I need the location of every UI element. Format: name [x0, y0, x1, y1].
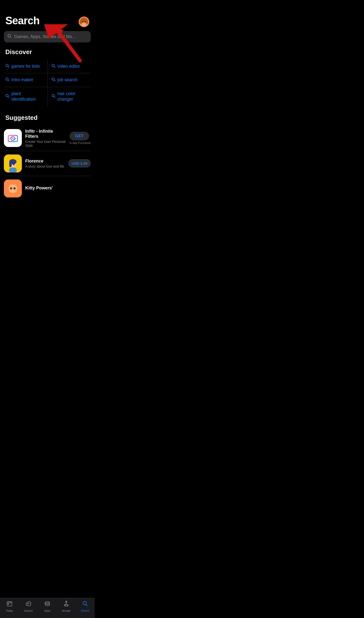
discover-item-plant-identification[interactable]: plant identification: [4, 87, 48, 106]
discover-item-hair-color-changer[interactable]: hair color changer: [48, 87, 91, 106]
florence-action: USD 3.49: [68, 159, 91, 167]
discover-item-job-search[interactable]: job search: [48, 73, 91, 87]
kitty-name: Kitty Powers': [25, 186, 91, 191]
infltr-desc: Create Your Own Personal Style: [25, 140, 66, 147]
svg-line-15: [10, 37, 11, 38]
page-title: Search: [5, 14, 39, 27]
discover-label-video-editor: video editor: [57, 64, 80, 69]
suggested-section: Suggested: [0, 106, 95, 205]
discover-item-video-editor[interactable]: video editor: [48, 60, 91, 73]
app-item-florence[interactable]: Florence A story about love and life USD…: [4, 151, 91, 176]
infltr-icon-svg: [6, 131, 19, 144]
search-bar-container: Games, Apps, Stories and Mo…: [0, 31, 95, 48]
suggested-title: Suggested: [0, 114, 95, 125]
discover-label-job-search: job search: [57, 77, 78, 83]
florence-price-button[interactable]: USD 3.49: [68, 159, 91, 167]
svg-line-27: [54, 97, 55, 98]
svg-point-39: [9, 184, 17, 193]
svg-point-46: [11, 188, 12, 188]
svg-line-21: [8, 80, 9, 81]
infltr-info: Infltr - Infinite Filters Create Your Ow…: [25, 129, 66, 147]
discover-search-icon-1: [5, 64, 10, 69]
avatar-image[interactable]: [79, 16, 89, 27]
app-item-infltr[interactable]: Infltr - Infinite Filters Create Your Ow…: [4, 125, 91, 151]
discover-title: Discover: [0, 48, 95, 60]
svg-line-17: [8, 66, 9, 67]
header: Search: [0, 0, 95, 31]
discover-search-icon-5: [5, 94, 10, 99]
florence-info: Florence A story about love and life: [25, 159, 65, 168]
search-bar-icon: [7, 34, 12, 39]
florence-icon-svg: [4, 154, 22, 172]
svg-point-5: [86, 19, 88, 24]
discover-label-games-for-kids: games for kids: [11, 64, 40, 69]
infltr-action: GET In-App Purchases: [70, 132, 91, 144]
discover-label-plant-identification: plant identification: [11, 91, 43, 102]
discover-section: Discover games for kids: [0, 48, 95, 106]
app-list: Infltr - Infinite Filters Create Your Ow…: [0, 125, 95, 201]
infltr-get-button[interactable]: GET: [70, 132, 89, 141]
discover-item-games-for-kids[interactable]: games for kids: [4, 60, 48, 73]
app-screen: Search: [0, 0, 95, 229]
florence-desc: A story about love and life: [25, 165, 65, 168]
discover-label-hair-color-changer: hair color changer: [57, 91, 90, 102]
svg-point-4: [80, 19, 82, 24]
svg-point-11: [85, 22, 85, 22]
svg-rect-35: [9, 162, 12, 167]
scroll-content: Search: [0, 0, 95, 229]
discover-search-icon-2: [52, 64, 56, 69]
discover-item-intro-maker[interactable]: intro maker: [4, 73, 48, 87]
svg-line-19: [54, 66, 55, 67]
avatar-svg: [79, 16, 89, 27]
infltr-icon: [4, 129, 22, 147]
svg-point-10: [83, 22, 83, 22]
discover-grid: games for kids video editor: [0, 60, 95, 106]
kitty-info: Kitty Powers': [25, 186, 91, 191]
kitty-icon-svg: [4, 180, 22, 197]
svg-point-36: [13, 164, 14, 165]
svg-line-25: [8, 97, 9, 98]
avatar[interactable]: [79, 16, 89, 27]
search-placeholder: Games, Apps, Stories and Mo…: [14, 34, 77, 39]
search-bar[interactable]: Games, Apps, Stories and Mo…: [4, 31, 91, 42]
kitty-icon: [4, 180, 22, 197]
infltr-iap-label: In-App Purchases: [70, 142, 91, 144]
discover-row-2: intro maker job search: [4, 73, 91, 87]
discover-search-icon-3: [5, 77, 10, 83]
florence-icon: [4, 154, 22, 172]
discover-row-1: games for kids video editor: [4, 60, 91, 73]
discover-search-icon-4: [52, 77, 56, 83]
discover-search-icon-6: [52, 94, 56, 99]
svg-line-23: [54, 80, 55, 81]
florence-name: Florence: [25, 159, 65, 164]
svg-point-47: [14, 188, 15, 188]
app-item-kitty[interactable]: Kitty Powers': [4, 176, 91, 201]
svg-point-37: [14, 166, 15, 166]
infltr-name: Infltr - Infinite Filters: [25, 129, 66, 139]
discover-label-intro-maker: intro maker: [11, 77, 33, 83]
discover-row-3: plant identification hair color changer: [4, 87, 91, 106]
